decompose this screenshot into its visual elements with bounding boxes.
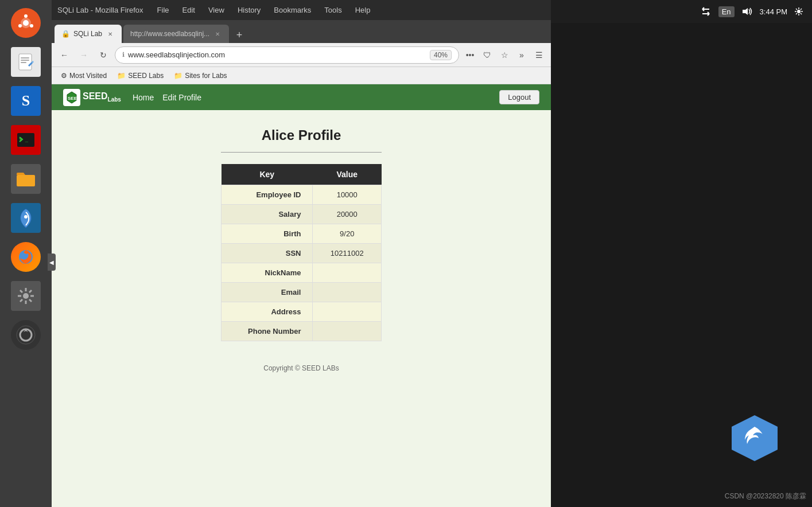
bookmark-sites-for-labs[interactable]: 📁 Sites for Labs — [170, 71, 230, 81]
table-cell-value — [313, 322, 382, 341]
table-cell-value — [313, 302, 382, 322]
copyright-text: Copyright © SEED LABs — [263, 364, 339, 372]
reload-button[interactable]: ↻ — [95, 47, 111, 63]
svg-line-24 — [20, 299, 22, 302]
tray-transfer-icon — [700, 7, 712, 16]
svg-line-34 — [796, 9, 797, 10]
svg-line-22 — [29, 299, 32, 302]
tab-0[interactable]: 🔒 SQLi Lab ✕ — [55, 25, 122, 43]
table-cell-key: NickName — [222, 263, 313, 283]
nav-icons: ••• 🛡 ☆ » ☰ — [463, 48, 546, 63]
bird-logo — [732, 415, 778, 461]
bookmark-sites-for-labs-label: Sites for Labs — [185, 72, 227, 80]
web-content: SEED SEEDLabs Home Edit Profile Logout A… — [52, 84, 551, 507]
csdn-watermark: CSDN @20232820 陈彦霖 — [725, 492, 806, 501]
zoom-level: 40% — [430, 50, 452, 60]
taskbar-icon-update-manager[interactable] — [9, 318, 43, 352]
nav-edit-profile-link[interactable]: Edit Profile — [162, 93, 201, 102]
profile-section: Alice Profile Key Value Employee ID10000… — [52, 110, 551, 389]
menu-tools[interactable]: Tools — [322, 5, 344, 15]
table-row: Salary20000 — [222, 205, 382, 224]
svg-text:SEED: SEED — [68, 96, 79, 101]
taskbar-icon-wireshark[interactable] — [9, 201, 43, 235]
taskbar-icon-ubuntu[interactable] — [9, 6, 43, 40]
tab-bar: 🔒 SQLi Lab ✕ http://www.seedlabsqlinj...… — [52, 20, 551, 43]
taskbar-icon-text-editor[interactable] — [9, 45, 43, 79]
table-cell-key: Address — [222, 302, 313, 322]
profile-table: Key Value Employee ID10000Salary20000Bir… — [221, 164, 382, 341]
bookmark-seed-labs[interactable]: 📁 SEED Labs — [114, 71, 167, 81]
seed-logo: SEED SEEDLabs — [63, 89, 121, 106]
table-cell-key: Birth — [222, 224, 313, 244]
tray-time: 3:44 PM — [760, 7, 787, 16]
more-tools-button[interactable]: ••• — [463, 48, 477, 63]
table-row: Email — [222, 283, 382, 302]
tab-label-0: SQLi Lab — [73, 30, 102, 38]
menu-bar: File Edit View History Bookmarks Tools H… — [155, 5, 373, 15]
taskbar-icon-settings[interactable] — [9, 279, 43, 313]
url-text: www.seedlabsqlinjection.com — [128, 50, 426, 59]
language-badge: En — [718, 6, 735, 17]
menu-edit[interactable]: Edit — [180, 5, 197, 15]
svg-point-5 — [18, 24, 22, 28]
bookmark-this-button[interactable]: 🛡 — [480, 48, 495, 63]
tray-language[interactable]: En — [718, 6, 735, 17]
tab-label-1: http://www.seedlabsqlinj... — [130, 30, 209, 38]
svg-rect-13 — [17, 175, 35, 186]
taskbar-icon-files[interactable] — [9, 162, 43, 196]
table-row: Address — [222, 302, 382, 322]
table-row: NickName — [222, 263, 382, 283]
svg-line-35 — [801, 13, 802, 14]
table-row: Birth9/20 — [222, 224, 382, 244]
profile-title: Alice Profile — [262, 127, 341, 143]
bookmark-most-visited-label: Most Visited — [69, 72, 107, 80]
col-value-header: Value — [313, 164, 382, 185]
table-cell-key: Email — [222, 283, 313, 302]
back-button[interactable]: ← — [56, 47, 72, 63]
taskbar-icon-libreoffice[interactable]: S — [9, 84, 43, 118]
menu-history[interactable]: History — [235, 5, 263, 15]
svg-line-23 — [29, 290, 32, 292]
logout-button[interactable]: Logout — [499, 90, 539, 104]
table-cell-value — [313, 263, 382, 283]
firefox-window: SQLi Lab - Mozilla Firefox File Edit Vie… — [52, 0, 551, 507]
seed-navbar: SEED SEEDLabs Home Edit Profile Logout — [52, 84, 551, 110]
svg-point-14 — [24, 215, 28, 219]
forward-button[interactable]: → — [76, 47, 92, 63]
tab-close-0[interactable]: ✕ — [106, 29, 115, 38]
menu-bookmarks[interactable]: Bookmarks — [271, 5, 313, 15]
overflow-button[interactable]: » — [514, 48, 529, 63]
table-cell-value: 10211002 — [313, 244, 382, 263]
taskbar-collapse-arrow[interactable]: ◀ — [48, 253, 56, 271]
taskbar-icon-terminal[interactable]: $ _ — [9, 123, 43, 157]
tab-close-1[interactable]: ✕ — [213, 29, 222, 38]
table-row: Phone Number — [222, 322, 382, 341]
bookmark-most-visited[interactable]: ⚙ Most Visited — [57, 71, 110, 81]
nav-bar: ← → ↻ ℹ www.seedlabsqlinjection.com 40% … — [52, 43, 551, 67]
svg-point-29 — [797, 10, 801, 13]
profile-divider — [221, 152, 382, 153]
tray-settings[interactable] — [794, 7, 803, 16]
star-button[interactable]: ☆ — [497, 48, 512, 63]
new-tab-button[interactable]: + — [231, 27, 247, 43]
tab-favicon-0: 🔒 — [61, 30, 70, 38]
menu-view[interactable]: View — [206, 5, 227, 15]
menu-file[interactable]: File — [155, 5, 172, 15]
seed-logo-icon: SEED — [63, 89, 80, 106]
address-bar[interactable]: ℹ www.seedlabsqlinjection.com 40% — [115, 46, 459, 64]
table-cell-value — [313, 283, 382, 302]
bird-hexagon — [732, 415, 778, 461]
tray-volume[interactable] — [741, 7, 753, 16]
tab-1[interactable]: http://www.seedlabsqlinj... ✕ — [123, 25, 229, 43]
taskbar-icon-firefox[interactable] — [9, 240, 43, 274]
window-title: SQLi Lab - Mozilla Firefox — [57, 6, 143, 14]
clock-display: 3:44 PM — [760, 7, 787, 16]
svg-rect-9 — [21, 62, 26, 63]
menu-help[interactable]: Help — [353, 5, 373, 15]
col-key-header: Key — [222, 164, 313, 185]
folder-icon-2: 📁 — [174, 72, 182, 80]
hamburger-menu-button[interactable]: ☰ — [531, 48, 546, 63]
table-cell-key: SSN — [222, 244, 313, 263]
seed-nav-links: Home Edit Profile — [133, 93, 488, 102]
nav-home-link[interactable]: Home — [133, 93, 154, 102]
